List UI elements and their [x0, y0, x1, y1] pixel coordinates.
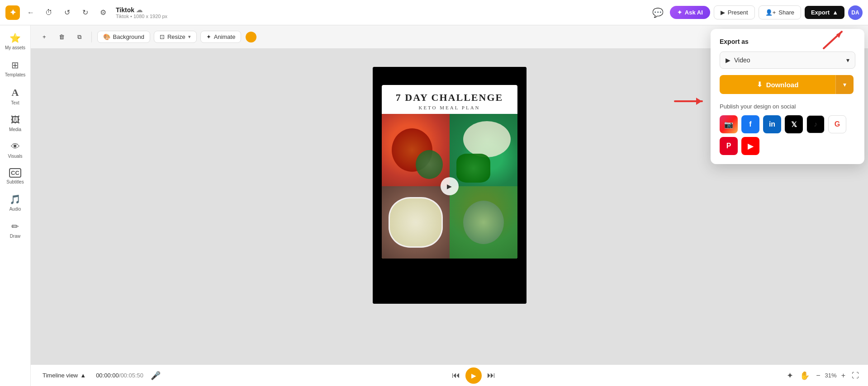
timeline-view-button[interactable]: Timeline view ▲: [38, 369, 90, 381]
google-icon: G: [835, 120, 840, 128]
copy-icon: ⧉: [77, 33, 81, 41]
share-button[interactable]: 👤+ Share: [759, 5, 801, 19]
user-avatar[interactable]: DA: [848, 5, 863, 20]
background-button[interactable]: 🎨 Background: [97, 31, 150, 43]
resize-label: Resize: [167, 33, 185, 40]
timeline-view-label: Timeline view: [43, 372, 78, 379]
history-button[interactable]: ⏱: [42, 5, 56, 20]
canvas-title-area: 7 DAY CHALLENGE KETO MEAL PLAN: [382, 85, 517, 114]
download-row: ⬇ Download ▾: [720, 75, 855, 94]
social-linkedin-button[interactable]: in: [763, 115, 781, 133]
zoom-in-button[interactable]: +: [840, 370, 847, 381]
social-google-button[interactable]: G: [828, 115, 846, 133]
linkedin-icon: in: [769, 120, 775, 128]
zoom-out-button[interactable]: −: [814, 370, 822, 381]
present-icon: ▶: [721, 9, 725, 16]
present-label: Present: [728, 9, 748, 16]
copy-element-button[interactable]: ⧉: [73, 31, 86, 43]
fullscreen-button[interactable]: ⛶: [850, 370, 861, 381]
sidebar-label-templates: Templates: [5, 72, 26, 78]
youtube-icon: ▶: [748, 142, 753, 151]
cursor-icon: ✦: [787, 371, 793, 380]
zoom-in-icon: +: [841, 372, 845, 379]
canvas-title-line1: 7 DAY CHALLENGE: [387, 92, 512, 103]
color-badge[interactable]: [246, 32, 256, 42]
download-options-button[interactable]: ▾: [835, 75, 854, 94]
next-icon: ⏭: [487, 371, 495, 380]
canvas-content[interactable]: 7 DAY CHALLENGE KETO MEAL PLAN: [373, 67, 526, 304]
delete-element-button[interactable]: 🗑: [54, 31, 69, 43]
ask-ai-icon: ✦: [677, 9, 682, 16]
canvas-area: + 🗑 ⧉ 🎨 Background ⊡ Resize ▾ ✦ Animate: [31, 25, 868, 386]
fullscreen-icon: ⛶: [852, 372, 859, 379]
facebook-icon: f: [749, 120, 751, 128]
format-chevron-icon: ▾: [846, 56, 849, 64]
video-format-icon: ▶: [726, 56, 730, 64]
social-youtube-button[interactable]: ▶: [741, 137, 759, 155]
play-button-overlay[interactable]: ▶: [441, 177, 459, 195]
social-x-button[interactable]: 𝕏: [785, 115, 803, 133]
sidebar-item-text[interactable]: A Text: [1, 83, 30, 109]
canvas-inner: 7 DAY CHALLENGE KETO MEAL PLAN: [373, 67, 526, 304]
animate-button[interactable]: ✦ Animate: [200, 31, 242, 43]
zoom-out-icon: −: [816, 372, 820, 379]
sidebar-item-media[interactable]: 🖼 Media: [1, 111, 30, 136]
social-instagram-button[interactable]: 📷: [720, 115, 738, 133]
sidebar-item-visuals[interactable]: 👁 Visuals: [1, 138, 30, 163]
pinterest-icon: P: [726, 142, 731, 150]
timeline-bar: Timeline view ▲ 00:00:00/00:05:50 🎤 ⏮ ▶ …: [31, 364, 868, 386]
sidebar-item-subtitles[interactable]: CC Subtitles: [1, 165, 30, 188]
sidebar-label-audio: Audio: [9, 207, 21, 212]
play-button[interactable]: ▶: [465, 367, 482, 384]
logo-symbol: ✦: [9, 8, 16, 18]
social-pinterest-button[interactable]: P: [720, 137, 738, 155]
sidebar-label-text: Text: [11, 100, 19, 106]
hand-tool-button[interactable]: ✋: [798, 369, 811, 382]
resize-chevron-icon: ▾: [188, 34, 191, 40]
back-icon: ←: [27, 9, 34, 17]
back-button[interactable]: ←: [24, 5, 38, 20]
resize-button[interactable]: ⊡ Resize ▾: [154, 31, 197, 43]
undo-button[interactable]: ↺: [60, 5, 74, 20]
zoom-controls: ✦ ✋ − 31% + ⛶: [785, 369, 861, 382]
app-logo[interactable]: ✦: [5, 5, 20, 20]
project-title: Tiktok ☁: [116, 6, 646, 14]
topbar: ✦ ← ⏱ ↺ ↻ ⚙ Tiktok ☁ Tiktok • 1080 x 192…: [0, 0, 868, 25]
cursor-tool-button[interactable]: ✦: [785, 369, 795, 382]
ask-ai-button[interactable]: ✦ Ask AI: [670, 6, 710, 19]
audio-icon: 🎵: [9, 194, 21, 205]
prev-button[interactable]: ⏮: [450, 369, 462, 382]
format-selector[interactable]: ▶ Video ▾: [720, 52, 855, 69]
food-cell-3: [382, 186, 450, 259]
social-facebook-button[interactable]: f: [741, 115, 759, 133]
download-button[interactable]: ⬇ Download: [720, 75, 835, 94]
next-button[interactable]: ⏭: [485, 369, 497, 382]
zoom-level-display: 31%: [825, 372, 837, 379]
background-label: Background: [113, 33, 144, 40]
chat-button[interactable]: 💬: [650, 5, 666, 21]
history-icon: ⏱: [45, 9, 52, 17]
settings-button[interactable]: ⚙: [96, 5, 110, 20]
mic-button[interactable]: 🎤: [149, 369, 162, 382]
add-element-button[interactable]: +: [38, 31, 51, 43]
sidebar-item-draw[interactable]: ✏ Draw: [1, 217, 30, 243]
prev-icon: ⏮: [452, 371, 460, 380]
sidebar-item-templates[interactable]: ⊞ Templates: [1, 56, 30, 81]
sidebar-item-audio[interactable]: 🎵 Audio: [1, 190, 30, 216]
avatar-initials: DA: [851, 9, 859, 16]
export-chevron-icon: ▲: [832, 9, 838, 16]
tiktok-icon: ♪: [814, 120, 817, 128]
background-icon: 🎨: [103, 33, 110, 40]
present-button[interactable]: ▶ Present: [714, 5, 755, 19]
redo-button[interactable]: ↻: [78, 5, 92, 20]
settings-icon: ⚙: [100, 8, 106, 17]
social-tiktok-button[interactable]: ♪: [806, 115, 825, 133]
sidebar-item-my-assets[interactable]: ⭐ My assets: [1, 29, 30, 54]
project-subtitle: Tiktok • 1080 x 1920 px: [116, 14, 646, 19]
sidebar: ⭐ My assets ⊞ Templates A Text 🖼 Media 👁…: [0, 25, 31, 386]
export-button[interactable]: Export ▲: [805, 6, 844, 19]
download-icon: ⬇: [757, 80, 763, 89]
project-name-text: Tiktok: [116, 6, 134, 14]
export-panel-header: Export as: [720, 38, 855, 45]
canvas-bottom-padding: [373, 268, 526, 304]
